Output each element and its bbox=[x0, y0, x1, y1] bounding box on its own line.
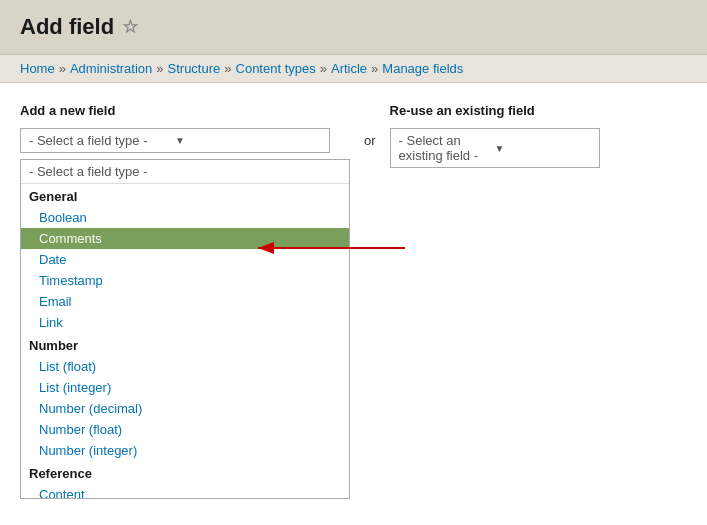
breadcrumb: Home » Administration » Structure » Cont… bbox=[20, 61, 687, 76]
reuse-field-section: Re-use an existing field - Select an exi… bbox=[390, 103, 600, 168]
add-new-field-label: Add a new field bbox=[20, 103, 350, 118]
breadcrumb-manage-fields[interactable]: Manage fields bbox=[382, 61, 463, 76]
group-label-number: Number bbox=[21, 333, 349, 356]
group-label-general: General bbox=[21, 184, 349, 207]
breadcrumb-sep-3: » bbox=[224, 61, 231, 76]
breadcrumb-administration[interactable]: Administration bbox=[70, 61, 152, 76]
reuse-select-text: - Select an existing field - bbox=[399, 133, 495, 163]
dropdown-item-content[interactable]: Content bbox=[21, 484, 349, 499]
title-text: Add field bbox=[20, 14, 114, 40]
dropdown-placeholder-item[interactable]: - Select a field type - bbox=[21, 160, 349, 184]
breadcrumb-bar: Home » Administration » Structure » Cont… bbox=[0, 55, 707, 83]
breadcrumb-sep-2: » bbox=[156, 61, 163, 76]
field-type-dropdown[interactable]: - Select a field type - General Boolean … bbox=[20, 159, 350, 499]
breadcrumb-sep-1: » bbox=[59, 61, 66, 76]
dropdown-item-timestamp[interactable]: Timestamp bbox=[21, 270, 349, 291]
page-header: Add field ☆ bbox=[0, 0, 707, 55]
chevron-down-icon: ▼ bbox=[175, 135, 321, 146]
existing-field-select[interactable]: - Select an existing field - ▼ bbox=[390, 128, 600, 168]
breadcrumb-sep-4: » bbox=[320, 61, 327, 76]
dropdown-item-list-integer[interactable]: List (integer) bbox=[21, 377, 349, 398]
add-new-field-section: Add a new field - Select a field type - … bbox=[20, 103, 350, 499]
breadcrumb-sep-5: » bbox=[371, 61, 378, 76]
dropdown-item-list-float[interactable]: List (float) bbox=[21, 356, 349, 377]
dropdown-item-email[interactable]: Email bbox=[21, 291, 349, 312]
select-trigger-text: - Select a field type - bbox=[29, 133, 175, 148]
reuse-field-label: Re-use an existing field bbox=[390, 103, 600, 118]
breadcrumb-article[interactable]: Article bbox=[331, 61, 367, 76]
breadcrumb-structure[interactable]: Structure bbox=[168, 61, 221, 76]
dropdown-item-number-decimal[interactable]: Number (decimal) bbox=[21, 398, 349, 419]
group-label-reference: Reference bbox=[21, 461, 349, 484]
dropdown-item-comments[interactable]: Comments bbox=[21, 228, 349, 249]
page-title: Add field ☆ bbox=[20, 14, 687, 40]
dropdown-item-date[interactable]: Date bbox=[21, 249, 349, 270]
field-type-select-trigger[interactable]: - Select a field type - ▼ bbox=[20, 128, 330, 153]
or-separator: or bbox=[364, 125, 376, 148]
star-icon[interactable]: ☆ bbox=[122, 16, 138, 38]
dropdown-item-link[interactable]: Link bbox=[21, 312, 349, 333]
dropdown-item-number-integer[interactable]: Number (integer) bbox=[21, 440, 349, 461]
dropdown-item-number-float[interactable]: Number (float) bbox=[21, 419, 349, 440]
main-content: Add a new field - Select a field type - … bbox=[0, 83, 707, 519]
dropdown-item-boolean[interactable]: Boolean bbox=[21, 207, 349, 228]
breadcrumb-content-types[interactable]: Content types bbox=[236, 61, 316, 76]
breadcrumb-home[interactable]: Home bbox=[20, 61, 55, 76]
reuse-chevron-down-icon: ▼ bbox=[495, 143, 591, 154]
